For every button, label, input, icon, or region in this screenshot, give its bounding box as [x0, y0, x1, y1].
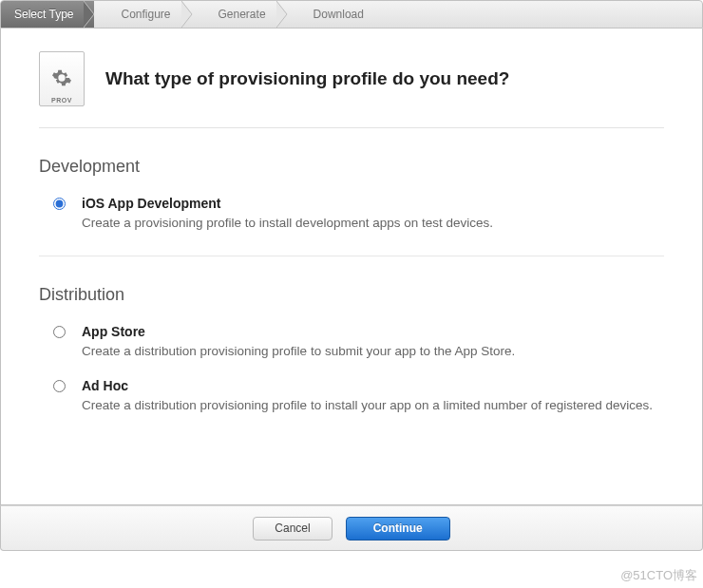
radio-ad-hoc[interactable] [53, 380, 66, 392]
option-app-store[interactable]: App Store Create a distribution provisio… [39, 322, 664, 376]
page-title: What type of provisioning profile do you… [105, 68, 509, 89]
radio-app-store[interactable] [53, 326, 66, 338]
section-title-distribution: Distribution [39, 285, 664, 305]
option-description: Create a provisioning profile to install… [82, 215, 664, 233]
cancel-button[interactable]: Cancel [253, 517, 332, 541]
section-title-development: Development [39, 157, 664, 177]
continue-button[interactable]: Continue [346, 517, 450, 541]
gear-icon [51, 67, 72, 91]
footer-bar: Cancel Continue [0, 505, 703, 551]
icon-badge-text: PROV [40, 97, 84, 104]
step-label: Select Type [14, 8, 73, 21]
main-panel: PROV What type of provisioning profile d… [0, 28, 703, 505]
watermark-text: @51CTO博客 [620, 567, 697, 584]
step-download[interactable]: Download [287, 1, 385, 28]
panel-header: PROV What type of provisioning profile d… [39, 51, 664, 128]
option-title: Ad Hoc [82, 378, 664, 393]
option-ios-app-development[interactable]: iOS App Development Create a provisionin… [39, 194, 664, 248]
option-description: Create a distribution provisioning profi… [82, 343, 664, 361]
option-title: iOS App Development [82, 196, 664, 211]
radio-ios-app-development[interactable] [53, 198, 66, 210]
provisioning-profile-icon: PROV [39, 51, 83, 106]
option-description: Create a distribution provisioning profi… [82, 397, 664, 415]
option-ad-hoc[interactable]: Ad Hoc Create a distribution provisionin… [39, 376, 664, 430]
step-label: Generate [218, 8, 266, 21]
step-label: Configure [121, 8, 170, 21]
wizard-steps: Select Type Configure Generate Download [0, 0, 703, 28]
option-title: App Store [82, 324, 664, 339]
step-configure[interactable]: Configure [94, 1, 191, 28]
section-divider [39, 256, 664, 256]
step-generate[interactable]: Generate [192, 1, 287, 28]
step-select-type[interactable]: Select Type [1, 1, 94, 28]
step-label: Download [314, 8, 364, 21]
